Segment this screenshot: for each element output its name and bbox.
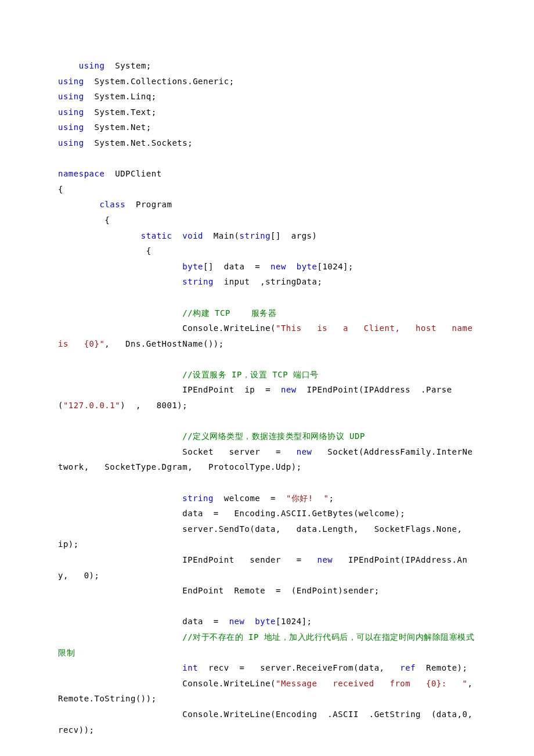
code-line: int recv = server.ReceiveFrom(data, ref … [58,660,476,676]
code-line: Socket server = new Socket(AddressFamily… [58,444,476,475]
token: System; [104,61,151,70]
token: Remote); [416,663,467,672]
code-line: { [58,243,476,259]
code-line: server.SendTo(data, data.Length, SocketF… [58,521,476,552]
code-line [58,151,476,167]
token: System.Net; [84,123,151,132]
token: System.Linq; [84,92,157,101]
token: recv = server.ReceiveFrom(data, [198,663,400,672]
code-line: Console.WriteLine(Encoding .ASCII .GetSt… [58,707,476,737]
code-line: class Program [58,197,476,213]
code-line: using System.Linq; [58,89,476,105]
token: new [317,555,333,564]
code-line: string input ,stringData; [58,274,476,290]
code-line: //构建 TCP 服务器 [58,305,476,321]
token: System.Net.Sockets; [84,138,193,147]
token: string [182,494,214,503]
token: namespace [58,169,104,178]
token: string [182,277,214,286]
token: ) , 8001); [120,401,187,410]
code-line: using System.Net.Sockets; [58,135,476,151]
token [244,617,255,626]
code-line: Console.WriteLine("This is a Client, hos… [58,321,476,351]
token: { [99,215,110,225]
code-line: { [58,182,476,197]
code-line [58,475,476,491]
token: EndPoint Remote = (EndPoint)sender; [182,586,379,595]
token: using [58,92,84,101]
token: new [229,617,245,626]
token: using [58,77,84,86]
code-line: data = Encoding.ASCII.GetBytes(welcome); [58,506,476,521]
code-line: //对于不存在的 IP 地址，加入此行代码后，可以在指定时间内解除阻塞模式限制 [58,629,476,660]
code-line: using System.Text; [58,105,476,120]
token: class [99,200,125,209]
token: { [58,185,63,194]
token: [1024]; [276,617,312,626]
token: UDPClient [104,169,161,178]
token: welcome = [214,494,286,503]
token: [] data = [203,262,270,271]
token: string [240,231,271,240]
token [172,231,182,240]
token: "Message received from {0}: " [276,679,467,688]
token: Main( [203,231,240,240]
token: using [79,61,105,70]
token: Console.WriteLine( [182,679,276,688]
token: IPEndPoint sender = [182,555,317,564]
code-block: using System;using System.Collections.Ge… [58,58,476,737]
token: "127.0.0.1" [63,401,120,410]
code-line: using System.Net; [58,120,476,135]
token: using [58,107,84,117]
code-line: string welcome = "你好! "; [58,491,476,506]
code-line: static void Main(string[] args) [58,228,476,244]
code-line: Console.WriteLine("Message received from… [58,676,476,707]
token: "你好! " [286,494,329,503]
token [286,262,297,271]
token: , Dns.GetHostName()); [104,339,223,348]
code-line [58,290,476,305]
token: ref [400,663,416,672]
token: System.Collections.Generic; [84,77,234,86]
code-line: { [58,213,476,228]
token: ; [329,494,334,503]
code-line: EndPoint Remote = (EndPoint)sender; [58,583,476,599]
token: byte [182,262,203,271]
code-line [58,351,476,367]
token: byte [255,617,276,626]
code-line: data = new byte[1024]; [58,614,476,629]
code-line: namespace UDPClient [58,166,476,182]
token: using [58,138,84,147]
token: new [297,447,312,456]
token: static [141,231,172,240]
token: byte [297,262,317,271]
code-line: using System; [58,58,476,74]
token: System.Text; [84,107,157,117]
token: { [141,246,151,255]
token: [] args) [270,231,317,240]
token: data = Encoding.ASCII.GetBytes(welcome); [182,509,405,518]
token: using [58,123,84,132]
token: //构建 TCP 服务器 [182,308,276,318]
code-line: byte[] data = new byte[1024]; [58,259,476,275]
code-line: //设置服务 IP，设置 TCP 端口号 [58,367,476,383]
token: Program [125,200,172,209]
code-line [58,413,476,429]
code-line: IPEndPoint ip = new IPEndPoint(IPAddress… [58,382,476,413]
token: new [281,385,297,394]
code-line: using System.Collections.Generic; [58,74,476,89]
token: //定义网络类型，数据连接类型和网络协议 UDP [182,431,365,441]
token: Socket server = [182,447,296,456]
token: [1024]; [317,262,353,271]
token: new [270,262,286,271]
code-line: IPEndPoint sender = new IPEndPoint(IPAdd… [58,552,476,583]
code-line: //定义网络类型，数据连接类型和网络协议 UDP [58,429,476,444]
token: Console.WriteLine( [182,323,276,333]
token: input ,stringData; [214,277,323,286]
code-line [58,599,476,614]
token: IPEndPoint ip = [182,385,281,394]
token: void [182,231,203,240]
token: int [182,663,198,672]
token: //设置服务 IP，设置 TCP 端口号 [182,370,318,379]
token: data = [182,617,229,626]
